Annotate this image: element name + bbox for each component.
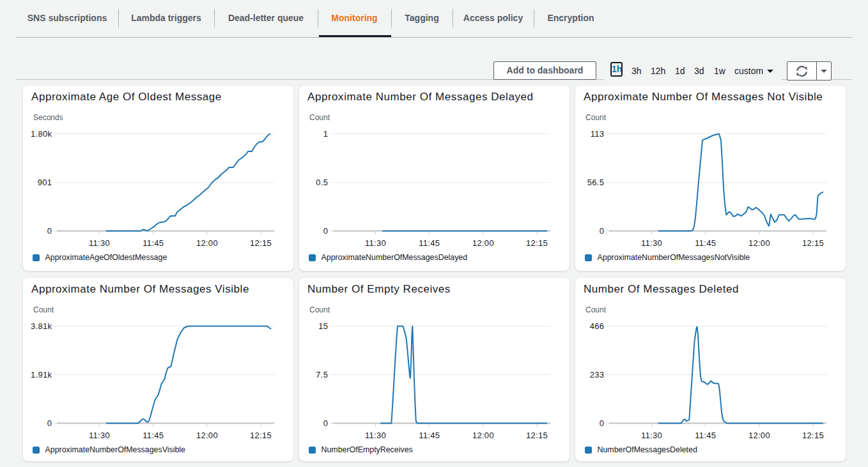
svg-text:0: 0 xyxy=(323,226,329,236)
svg-text:56.5: 56.5 xyxy=(587,178,605,187)
svg-text:233: 233 xyxy=(590,370,605,379)
svg-text:12:00: 12:00 xyxy=(748,238,770,248)
svg-text:11:30: 11:30 xyxy=(89,431,110,440)
svg-text:12:15: 12:15 xyxy=(802,238,824,248)
svg-text:3.81k: 3.81k xyxy=(31,321,52,331)
svg-text:15: 15 xyxy=(318,321,328,331)
svg-text:11:45: 11:45 xyxy=(143,431,164,440)
svg-text:12:00: 12:00 xyxy=(748,431,770,440)
svg-text:12:15: 12:15 xyxy=(526,238,548,248)
svg-text:11:30: 11:30 xyxy=(365,431,386,440)
svg-text:0.5: 0.5 xyxy=(316,178,328,187)
svg-text:12:15: 12:15 xyxy=(526,431,548,440)
svg-text:1.80k: 1.80k xyxy=(31,129,52,139)
svg-text:11:45: 11:45 xyxy=(143,238,164,248)
svg-text:12:15: 12:15 xyxy=(250,238,272,248)
svg-text:11:45: 11:45 xyxy=(695,238,716,248)
svg-text:11:30: 11:30 xyxy=(641,431,662,440)
svg-text:0: 0 xyxy=(47,418,52,428)
svg-text:11:45: 11:45 xyxy=(419,238,440,248)
svg-text:1.91k: 1.91k xyxy=(31,370,52,379)
svg-text:0: 0 xyxy=(323,418,329,428)
svg-text:12:00: 12:00 xyxy=(472,431,494,440)
svg-text:12:15: 12:15 xyxy=(802,431,824,440)
svg-text:11:30: 11:30 xyxy=(641,238,662,248)
svg-text:1: 1 xyxy=(323,129,329,139)
svg-text:12:15: 12:15 xyxy=(250,431,272,440)
svg-text:11:30: 11:30 xyxy=(365,238,386,248)
svg-text:0: 0 xyxy=(600,226,605,236)
svg-text:11:30: 11:30 xyxy=(89,238,110,248)
svg-text:12:00: 12:00 xyxy=(196,431,218,440)
svg-text:11:45: 11:45 xyxy=(695,431,716,440)
svg-text:7.5: 7.5 xyxy=(316,370,328,379)
svg-text:12:00: 12:00 xyxy=(472,238,494,248)
svg-text:901: 901 xyxy=(38,178,52,187)
svg-text:113: 113 xyxy=(591,129,605,139)
svg-text:0: 0 xyxy=(47,226,52,236)
svg-text:12:00: 12:00 xyxy=(196,238,218,248)
svg-text:0: 0 xyxy=(600,418,605,428)
svg-text:466: 466 xyxy=(590,321,605,331)
svg-text:11:45: 11:45 xyxy=(419,431,440,440)
